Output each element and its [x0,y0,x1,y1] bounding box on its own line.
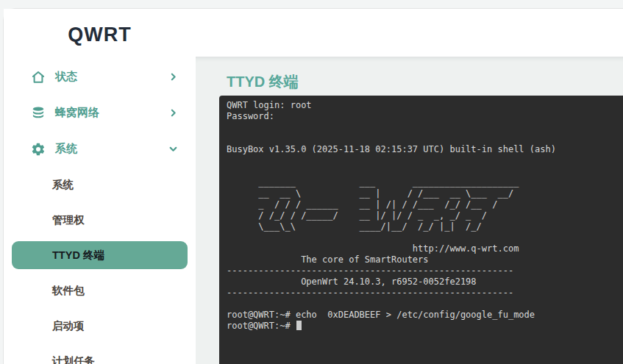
sidebar-subitem-label: 计划任务 [52,354,95,364]
database-icon [30,105,46,121]
sidebar-subitem-label: 管理权 [52,213,85,227]
sidebar-subitem-administration[interactable]: 管理权 [4,202,196,238]
chevron-down-icon [168,144,178,154]
main-content: TTYD 终端 QWRT login: root Password: BusyB… [196,57,623,364]
ttyd-terminal-window[interactable]: QWRT login: root Password: BusyBox v1.35… [219,96,623,364]
terminal-output: QWRT login: root Password: BusyBox v1.35… [227,100,623,321]
page-title: TTYD 终端 [227,72,299,92]
home-icon [30,69,46,85]
sidebar-nav: 状态 蜂窝网络 系统 [4,59,196,364]
sidebar-subitem-label: 启动项 [52,319,85,333]
sidebar-subitem-scheduled-tasks[interactable]: 计划任务 [4,343,196,364]
app-card: QWRT 状态 蜂窝网络 [3,8,623,364]
terminal-prompt: root@QWRT:~# [227,321,296,331]
sidebar-subitem-packages[interactable]: 软件包 [4,273,196,308]
gear-icon [30,141,46,157]
sidebar-subitem-ttyd-terminal[interactable]: TTYD 终端 [12,241,188,269]
chevron-right-icon [168,108,178,118]
sidebar-subitem-startup[interactable]: 启动项 [4,308,196,343]
sidebar-item-cellular[interactable]: 蜂窝网络 [4,95,196,131]
sidebar-item-system[interactable]: 系统 [4,131,196,167]
sidebar-subitem-label: 软件包 [52,284,85,298]
sidebar-subitem-system[interactable]: 系统 [4,167,196,202]
sidebar-subitem-label: 系统 [52,178,74,192]
sidebar-item-label: 蜂窝网络 [55,106,99,120]
sidebar-item-label: 状态 [55,70,77,84]
sidebar-subitem-label: TTYD 终端 [52,249,104,263]
terminal-cursor [296,321,302,330]
chevron-right-icon [168,72,178,82]
app-logo: QWRT [4,24,196,46]
sidebar: QWRT 状态 蜂窝网络 [4,9,196,364]
sidebar-item-status[interactable]: 状态 [4,59,196,95]
terminal-prompt-line: root@QWRT:~# [227,321,623,332]
sidebar-item-label: 系统 [55,142,77,156]
